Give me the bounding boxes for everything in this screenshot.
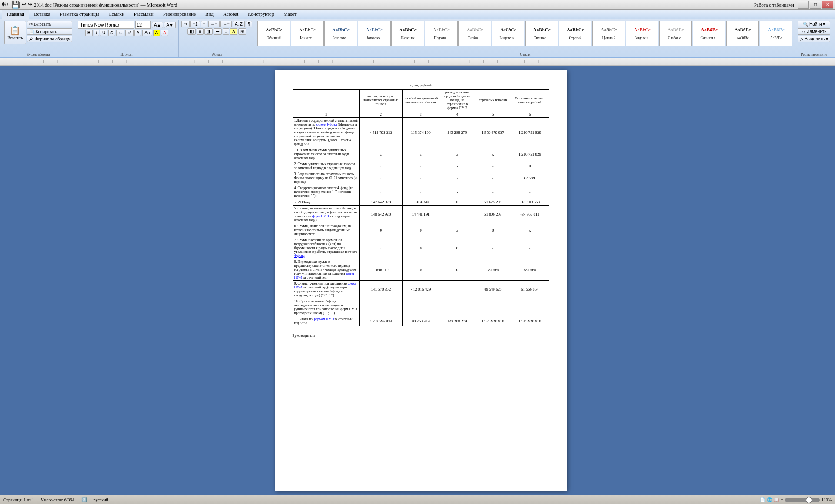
multilevel-btn[interactable]: ≡ [201, 21, 208, 27]
window-controls[interactable]: — □ ✕ [798, 1, 833, 9]
tab-constructor[interactable]: Конструктор [243, 10, 279, 19]
paste-btn[interactable]: 📋 Вставить [4, 21, 26, 44]
grow-font-btn[interactable]: A▲ [152, 22, 164, 28]
row11total-col4: 243 288 279 [439, 316, 475, 326]
close-btn[interactable]: ✕ [822, 1, 833, 9]
tab-home[interactable]: Главная [2, 10, 29, 20]
clear-format-btn[interactable]: A [134, 30, 142, 36]
style-no-spacing[interactable]: AaBbCcБез инте... [291, 21, 324, 46]
style-strict[interactable]: AaBbCcСтрогий [559, 21, 591, 46]
style-weak[interactable]: AaBbCcСлабое ... [458, 21, 491, 46]
tab-mailings[interactable]: Рассылки [129, 10, 158, 19]
redo-btn[interactable]: ↪ [28, 1, 32, 8]
align-center-btn[interactable]: ≡ [197, 28, 204, 35]
justify-btn[interactable]: ☰ [214, 28, 222, 35]
row5-col4 [439, 206, 475, 223]
format-painter-btn[interactable]: 🖌 Формат по образцу [27, 36, 72, 42]
text-effects-btn[interactable]: Aa [142, 30, 152, 36]
tab-page-layout[interactable]: Разметка страницы [55, 10, 104, 19]
row9-col3: - 12 016 429 [402, 281, 439, 298]
bullets-btn[interactable]: ≡• [181, 21, 190, 27]
cut-btn[interactable]: ✂ Вырезать [27, 21, 72, 27]
select-btn[interactable]: ▷ Выделить ▾ [798, 36, 830, 42]
colnum-2: 2 [359, 111, 402, 118]
view-read-icon[interactable]: 📖 [774, 497, 779, 502]
shrink-font-btn[interactable]: A▼ [164, 22, 176, 28]
borders-btn[interactable]: ⊞ [238, 28, 246, 35]
style-highlight[interactable]: AaBbCcВыделен... [626, 21, 658, 46]
tab-view[interactable]: Вид [200, 10, 218, 19]
bold-btn[interactable]: B [85, 30, 93, 36]
view-normal-icon[interactable]: 📄 [760, 497, 765, 502]
style-title[interactable]: AaBbCcНазвание [391, 21, 424, 46]
subscript-btn[interactable]: x₂ [116, 30, 124, 36]
clipboard-btns: 📋 Вставить ✂ Вырезать 📄 Копировать 🖌 Фор… [4, 21, 72, 44]
style-weak-s[interactable]: АаВбВсСлабая с... [659, 21, 692, 46]
strikethrough-btn[interactable]: S̶ [108, 30, 115, 36]
para-row2: ◧ ≡ ◨ ☰ ↕ A ⊞ [187, 28, 246, 35]
row3-col2: x [359, 171, 402, 185]
view-web-icon[interactable]: 🌐 [767, 497, 772, 502]
undo-btn[interactable]: ↩ [22, 1, 26, 8]
decrease-indent-btn[interactable]: ←≡ [208, 21, 220, 27]
ribbon-tabs: Главная Вставка Разметка страницы Ссылки… [0, 10, 835, 19]
row2-col2: x [359, 161, 402, 171]
zoom-thumb[interactable] [806, 497, 812, 503]
status-right: 📄 🌐 📖 ≡ 110% [760, 497, 832, 502]
quick-access-save[interactable]: 💾 [11, 0, 20, 9]
row8-col3: 0 [402, 259, 439, 281]
clipboard-small: ✂ Вырезать 📄 Копировать 🖌 Формат по обра… [27, 21, 72, 44]
increase-indent-btn[interactable]: →≡ [220, 21, 232, 27]
align-right-btn[interactable]: ◨ [204, 28, 213, 35]
style-subtitle[interactable]: AaBbCcПодзаго... [425, 21, 458, 46]
shading-btn[interactable]: A [230, 28, 237, 35]
row11-col5: x [475, 147, 511, 161]
tab-acrobat[interactable]: Acrobat [218, 10, 243, 19]
line-spacing-btn[interactable]: ↕ [223, 28, 229, 35]
align-left-btn[interactable]: ◧ [187, 28, 196, 35]
tab-review[interactable]: Рецензирование [158, 10, 200, 19]
style-heading2[interactable]: AaBbCcЗаголово... [358, 21, 391, 46]
row2-col6: 0 [511, 161, 549, 171]
table-row: 5. Суммы, отраженные в отчете 4-фонд, в … [293, 206, 549, 223]
style-strong-s[interactable]: АаВбВсСильная с... [693, 21, 725, 46]
copy-btn[interactable]: 📄 Копировать [27, 28, 72, 35]
show-marks-btn[interactable]: ¶ [246, 21, 252, 27]
style-custom1[interactable]: АаВбВсАаВбВс [726, 21, 759, 46]
italic-btn[interactable]: I [94, 30, 99, 36]
style-normal[interactable]: AaBbCcОбычный [257, 21, 290, 46]
colnum-6: 6 [511, 111, 549, 118]
para-row1: ≡• ≡1 ≡ ←≡ →≡ A↓Z ¶ [181, 21, 252, 27]
zoom-bar[interactable] [785, 498, 820, 502]
row1-desc: 1.Данные государственной статистической … [293, 118, 359, 147]
footer-line: _________________________ [364, 333, 413, 338]
tab-layout[interactable]: Макет [279, 10, 301, 19]
font-name-input[interactable] [78, 21, 134, 29]
tab-references[interactable]: Ссылки [104, 10, 129, 19]
superscript-btn[interactable]: x² [125, 30, 133, 36]
table-row: 11. Итого по формам ПУ-3 за отчетный год… [293, 316, 549, 326]
row11total-col5: 1 525 928 910 [475, 316, 511, 326]
minimize-btn[interactable]: — [798, 1, 809, 9]
doc-scroll-area[interactable]: сумм, рублей выплат, на которые начисляю… [7, 66, 835, 495]
find-btn[interactable]: 🔍 Найти ▾ [798, 21, 830, 27]
row2-col5: x [475, 161, 511, 171]
style-strong[interactable]: AaBbCcСильное ... [525, 21, 558, 46]
numbering-btn[interactable]: ≡1 [190, 21, 200, 27]
maximize-btn[interactable]: □ [810, 1, 821, 9]
tab-insert[interactable]: Вставка [29, 10, 55, 19]
style-emphasis[interactable]: AaBbCcВыделени... [492, 21, 524, 46]
row8-col5: 381 660 [475, 259, 511, 281]
underline-btn[interactable]: U [100, 30, 107, 36]
font-color-btn[interactable]: A [161, 30, 168, 36]
row2-col3: x [402, 161, 439, 171]
sort-btn[interactable]: A↓Z [233, 21, 245, 27]
word-icon: 🄦 [2, 1, 8, 8]
view-outline-icon[interactable]: ≡ [781, 497, 783, 502]
style-quote2[interactable]: AaBbCcЦитата 2 [592, 21, 625, 46]
style-custom2[interactable]: АаВбВсАаВбВс [760, 21, 792, 46]
font-size-input[interactable] [135, 21, 151, 29]
replace-btn[interactable]: ↔ Заменить [798, 28, 830, 35]
highlight-btn[interactable]: A [153, 30, 160, 36]
style-heading1[interactable]: AaBbCcЗаголово... [324, 21, 357, 46]
